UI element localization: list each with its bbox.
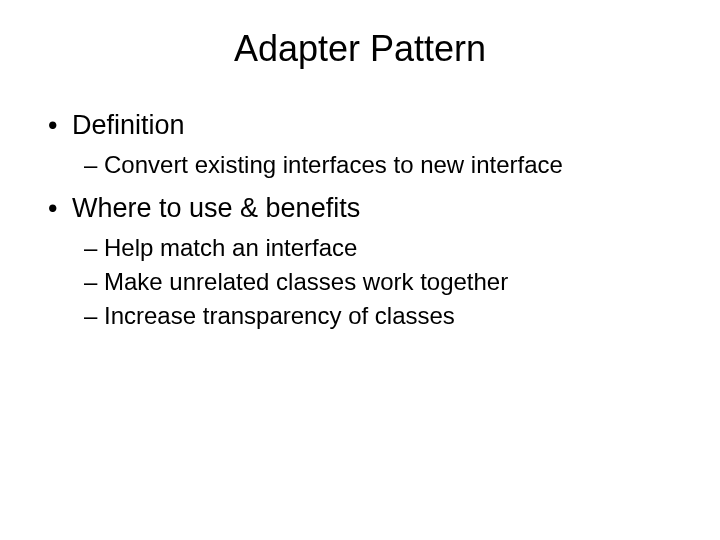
section-definition: • Definition – Convert existing interfac… <box>40 110 680 179</box>
sub-bullet: – Help match an interface <box>40 234 680 262</box>
sub-bullet-text: Make unrelated classes work together <box>104 268 508 296</box>
sub-bullet: – Convert existing interfaces to new int… <box>40 151 680 179</box>
dash-marker: – <box>84 302 104 330</box>
sub-bullet-text: Convert existing interfaces to new inter… <box>104 151 563 179</box>
bullet-text: Where to use & benefits <box>72 193 360 224</box>
bullet-marker: • <box>40 193 72 224</box>
bullet-definition: • Definition <box>40 110 680 141</box>
sub-bullet-text: Help match an interface <box>104 234 357 262</box>
bullet-marker: • <box>40 110 72 141</box>
slide-title: Adapter Pattern <box>40 28 680 70</box>
dash-marker: – <box>84 234 104 262</box>
slide: Adapter Pattern • Definition – Convert e… <box>0 0 720 540</box>
sub-bullet-text: Increase transparency of classes <box>104 302 455 330</box>
dash-marker: – <box>84 151 104 179</box>
section-where-to-use: • Where to use & benefits – Help match a… <box>40 193 680 330</box>
dash-marker: – <box>84 268 104 296</box>
sub-bullet: – Increase transparency of classes <box>40 302 680 330</box>
sub-bullet: – Make unrelated classes work together <box>40 268 680 296</box>
bullet-text: Definition <box>72 110 185 141</box>
bullet-where-to-use: • Where to use & benefits <box>40 193 680 224</box>
